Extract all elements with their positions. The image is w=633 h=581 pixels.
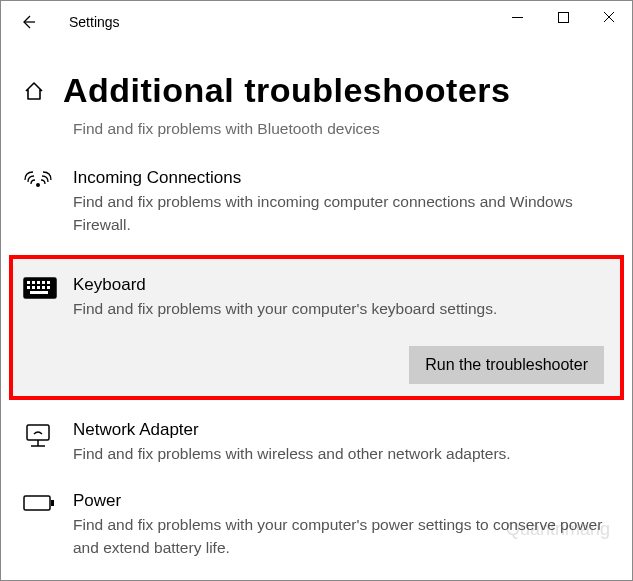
troubleshooter-item-power[interactable]: Power Find and fix problems with your co…	[23, 483, 610, 578]
svg-point-1	[36, 183, 40, 187]
item-desc: Find and fix problems with your computer…	[73, 297, 610, 320]
close-icon	[603, 11, 615, 23]
window-controls	[494, 1, 632, 33]
arrow-left-icon	[19, 13, 37, 31]
power-icon	[23, 493, 55, 513]
item-title: Network Adapter	[73, 420, 610, 440]
svg-rect-3	[27, 281, 30, 284]
svg-rect-8	[27, 286, 30, 289]
home-icon	[23, 80, 45, 102]
run-troubleshooter-button[interactable]: Run the troubleshooter	[409, 346, 604, 384]
svg-rect-11	[42, 286, 45, 289]
item-desc: Find and fix problems with incoming comp…	[73, 190, 610, 237]
troubleshooter-item-incoming-connections[interactable]: Incoming Connections Find and fix proble…	[23, 160, 610, 255]
troubleshooter-list: Find and fix problems with Bluetooth dev…	[1, 120, 632, 581]
item-title: Power	[73, 491, 610, 511]
svg-rect-4	[32, 281, 35, 284]
cutoff-item	[73, 578, 610, 582]
svg-rect-0	[558, 12, 568, 22]
item-title: Incoming Connections	[73, 168, 610, 188]
page-title: Additional troubleshooters	[63, 71, 510, 110]
svg-rect-16	[51, 500, 54, 506]
svg-rect-15	[24, 496, 50, 510]
incoming-connections-icon	[23, 170, 53, 196]
item-desc: Find and fix problems with your computer…	[73, 513, 610, 560]
minimize-icon	[512, 12, 523, 23]
svg-rect-7	[47, 281, 50, 284]
svg-rect-12	[47, 286, 50, 289]
page-header: Additional troubleshooters	[1, 43, 632, 120]
cutoff-item-desc: Find and fix problems with Bluetooth dev…	[73, 120, 610, 138]
back-button[interactable]	[13, 7, 43, 37]
item-title: Keyboard	[73, 275, 610, 295]
title-bar: Settings	[1, 1, 632, 43]
svg-rect-13	[30, 291, 48, 294]
maximize-icon	[558, 12, 569, 23]
item-desc: Find and fix problems with wireless and …	[73, 442, 610, 465]
network-adapter-icon	[23, 422, 53, 450]
close-button[interactable]	[586, 1, 632, 33]
svg-rect-10	[37, 286, 40, 289]
troubleshooter-item-network-adapter[interactable]: Network Adapter Find and fix problems wi…	[23, 412, 610, 483]
minimize-button[interactable]	[494, 1, 540, 33]
keyboard-icon	[23, 277, 57, 299]
window-title: Settings	[69, 14, 120, 30]
svg-rect-9	[32, 286, 35, 289]
svg-rect-6	[42, 281, 45, 284]
svg-rect-5	[37, 281, 40, 284]
home-button[interactable]	[23, 80, 45, 102]
troubleshooter-item-keyboard[interactable]: Keyboard Find and fix problems with your…	[23, 267, 610, 328]
troubleshooter-item-keyboard-selected: Keyboard Find and fix problems with your…	[9, 255, 624, 400]
maximize-button[interactable]	[540, 1, 586, 33]
